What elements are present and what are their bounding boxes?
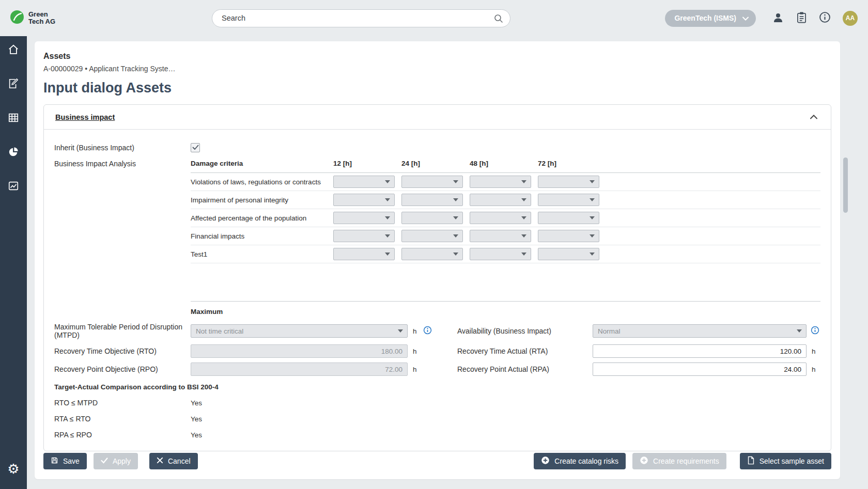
- mtpd-unit: h: [413, 327, 419, 335]
- table-spacer: [191, 263, 820, 302]
- damage-select-24h[interactable]: [401, 248, 463, 260]
- info-icon: [423, 326, 432, 336]
- avatar[interactable]: AA: [843, 11, 858, 26]
- create-catalog-risks-label: Create catalog risks: [554, 457, 618, 465]
- damage-select-48h[interactable]: [470, 230, 531, 242]
- apply-label: Apply: [113, 457, 131, 465]
- comparison-label: RPA ≤ RPO: [54, 431, 191, 439]
- availability-label: Availability (Business Impact): [457, 327, 593, 335]
- circle-plus-icon: [640, 456, 648, 466]
- search-input[interactable]: [212, 9, 510, 27]
- home-icon: [8, 44, 19, 57]
- damage-select-72h[interactable]: [538, 176, 599, 188]
- sidebar-item-home[interactable]: [0, 44, 27, 57]
- pie-chart-icon: [8, 146, 19, 160]
- gear-icon: ⚙: [7, 462, 19, 476]
- rpa-input[interactable]: [593, 362, 807, 376]
- damage-select-72h[interactable]: [538, 212, 599, 224]
- cancel-button[interactable]: Cancel: [149, 453, 198, 469]
- availability-info-button[interactable]: [811, 326, 819, 336]
- leaf-icon: [9, 9, 25, 27]
- chevron-up-icon: [810, 113, 817, 121]
- logo-text: Green Tech AG: [28, 11, 55, 26]
- damage-select-48h[interactable]: [470, 212, 531, 224]
- sidebar-item-settings[interactable]: ⚙: [0, 462, 27, 476]
- user-icon: [772, 11, 784, 25]
- create-catalog-risks-button[interactable]: Create catalog risks: [534, 453, 626, 469]
- main-content: Assets A-00000029 • Applicant Tracking S…: [27, 36, 868, 489]
- mtpd-info-button[interactable]: [423, 326, 432, 336]
- rto-input: [191, 344, 408, 358]
- checkbox-check-icon: [192, 143, 199, 152]
- mtpd-availability-row: Maximum Tolerable Period of Disruption (…: [54, 323, 820, 339]
- maximum-header: Maximum: [191, 308, 820, 316]
- rto-unit: h: [413, 348, 419, 355]
- rta-unit: h: [812, 348, 818, 355]
- comparison-value: Yes: [191, 399, 202, 407]
- comparison-row: RTA ≤ RTO Yes: [54, 415, 820, 423]
- comparison-row: RTO ≤ MTPD Yes: [54, 399, 820, 407]
- sidebar-item-reports[interactable]: [0, 146, 27, 160]
- inherit-label: Inherit (Business Impact): [54, 144, 191, 152]
- assets-panel: Assets A-00000029 • Applicant Tracking S…: [35, 41, 840, 479]
- damage-select-24h[interactable]: [401, 230, 463, 242]
- damage-select-12h[interactable]: [333, 176, 395, 188]
- table-icon: [8, 112, 19, 125]
- row-label: Impairment of personal integrity: [191, 196, 333, 204]
- table-row: Affected percentage of the population: [191, 209, 820, 227]
- damage-select-24h[interactable]: [401, 194, 463, 206]
- vertical-scrollbar[interactable]: [843, 157, 848, 213]
- clipboard-icon: [796, 11, 807, 25]
- help-button[interactable]: [819, 11, 831, 25]
- topbar-actions: GreenTech (ISMS): [665, 10, 858, 27]
- damage-select-72h[interactable]: [538, 194, 599, 206]
- rta-input[interactable]: [593, 344, 807, 358]
- business-impact-card: Business impact Inherit (Bu: [43, 104, 831, 451]
- mtpd-label: Maximum Tolerable Period of Disruption (…: [54, 323, 191, 339]
- row-label: Test1: [191, 250, 333, 258]
- close-icon: [157, 457, 163, 465]
- damage-select-12h[interactable]: [333, 230, 395, 242]
- inherit-checkbox[interactable]: [191, 143, 200, 152]
- damage-select-12h[interactable]: [333, 212, 395, 224]
- sidebar-item-forms[interactable]: [0, 78, 27, 91]
- org-selector-label: GreenTech (ISMS): [674, 14, 736, 22]
- chevron-down-icon: [742, 14, 749, 22]
- sidebar-item-tables[interactable]: [0, 112, 27, 125]
- damage-select-12h[interactable]: [333, 248, 395, 260]
- save-button[interactable]: Save: [43, 453, 87, 469]
- tasks-button[interactable]: [796, 11, 807, 25]
- collapse-section-button[interactable]: [808, 111, 819, 123]
- breadcrumb: A-00000029 • Applicant Tracking Syste…: [43, 65, 831, 73]
- damage-select-24h[interactable]: [401, 176, 463, 188]
- table-row: Violations of laws, regulations or contr…: [191, 173, 820, 191]
- bia-table: Damage criteria 12 [h] 24 [h] 48 [h] 72 …: [191, 160, 820, 316]
- rpa-label: Recovery Point Actual (RPA): [457, 365, 593, 373]
- rta-label: Recovery Time Actual (RTA): [457, 347, 593, 355]
- damage-select-72h[interactable]: [538, 230, 599, 242]
- create-requirements-button: Create requirements: [632, 453, 726, 469]
- page-head: Assets A-00000029 • Applicant Tracking S…: [43, 41, 831, 96]
- damage-select-24h[interactable]: [401, 212, 463, 224]
- damage-select-72h[interactable]: [538, 248, 599, 260]
- info-icon: [819, 11, 831, 25]
- business-impact-title: Business impact: [55, 113, 115, 121]
- user-menu-button[interactable]: [772, 11, 784, 25]
- document-icon: [747, 456, 755, 466]
- damage-select-12h[interactable]: [333, 194, 395, 206]
- damage-select-48h[interactable]: [470, 176, 531, 188]
- search-bar: [212, 9, 510, 27]
- info-icon: [811, 326, 819, 336]
- org-selector-button[interactable]: GreenTech (ISMS): [665, 10, 756, 27]
- damage-select-48h[interactable]: [470, 248, 531, 260]
- comparison-label: RTO ≤ MTPD: [54, 399, 191, 407]
- search-icon[interactable]: [493, 13, 504, 26]
- rpo-unit: h: [413, 366, 419, 373]
- business-impact-header[interactable]: Business impact: [44, 105, 831, 130]
- rto-label: Recovery Time Objective (RTO): [54, 347, 191, 355]
- logo: Green Tech AG: [9, 9, 55, 27]
- circle-plus-icon: [541, 456, 550, 466]
- sidebar-item-dashboards[interactable]: [0, 180, 27, 194]
- select-sample-asset-button[interactable]: Select sample asset: [740, 453, 831, 469]
- damage-select-48h[interactable]: [470, 194, 531, 206]
